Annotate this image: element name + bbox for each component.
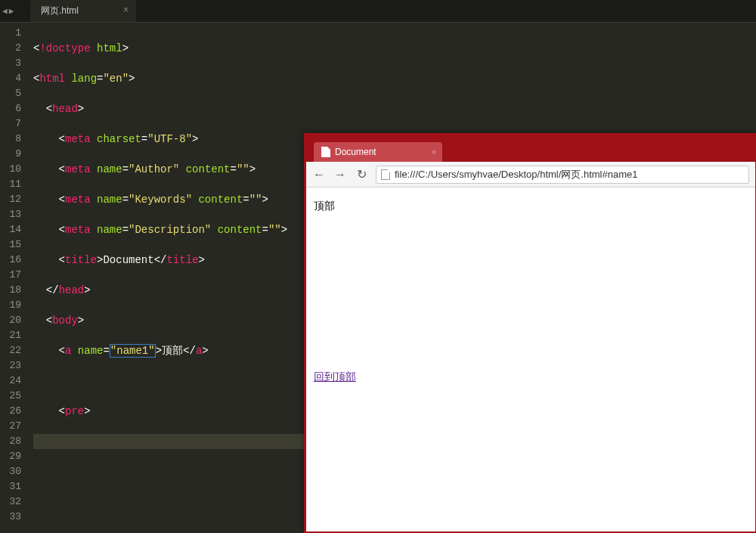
page-top-text: 顶部: [314, 200, 748, 213]
line-number: 20: [0, 313, 21, 328]
line-number: 10: [0, 162, 21, 177]
forward-button[interactable]: →: [333, 168, 347, 181]
editor-tab-bar: 网页.html ×: [0, 0, 756, 23]
line-number: 14: [0, 222, 21, 237]
close-icon[interactable]: ×: [432, 147, 436, 156]
line-number: 27: [0, 419, 21, 434]
editor-nav-arrows: ◀ ▶: [2, 6, 14, 16]
url-bar[interactable]: file:///C:/Users/smyhvae/Desktop/html/网页…: [376, 166, 749, 184]
browser-titlebar: Document ×: [306, 133, 755, 162]
browser-tab[interactable]: Document ×: [314, 142, 442, 162]
line-number: 13: [0, 207, 21, 222]
line-number: 33: [0, 510, 21, 525]
line-number: 24: [0, 373, 21, 389]
line-number-gutter: 1234567891011121314151617181920212223242…: [0, 23, 30, 533]
line-number: 28: [0, 434, 21, 449]
line-number: 29: [0, 449, 21, 464]
line-number: 22: [0, 343, 21, 358]
line-number: 16: [0, 253, 21, 268]
line-number: 5: [0, 86, 21, 101]
line-number: 2: [0, 41, 21, 56]
back-to-top-link[interactable]: 回到顶部: [314, 370, 748, 384]
url-text: file:///C:/Users/smyhvae/Desktop/html/网页…: [395, 168, 638, 181]
reload-button[interactable]: ↻: [355, 167, 368, 181]
back-button[interactable]: ←: [312, 168, 326, 181]
nav-back-icon[interactable]: ◀: [2, 6, 8, 16]
line-number: 18: [0, 283, 21, 298]
line-number: 7: [0, 116, 21, 132]
document-icon: [321, 147, 330, 157]
line-number: 4: [0, 71, 21, 86]
line-number: 6: [0, 101, 21, 116]
browser-viewport: 顶部 回到顶部: [306, 187, 755, 531]
line-number: 32: [0, 494, 21, 510]
nav-forward-icon[interactable]: ▶: [9, 6, 14, 16]
line-number: 12: [0, 192, 21, 207]
line-number: 8: [0, 132, 21, 147]
line-number: 1: [0, 26, 21, 41]
close-icon[interactable]: ×: [123, 5, 129, 15]
line-number: 31: [0, 479, 21, 494]
browser-toolbar: ← → ↻ file:///C:/Users/smyhvae/Desktop/h…: [306, 162, 755, 187]
line-number: 17: [0, 268, 21, 283]
editor-tab-title: 网页.html: [41, 5, 79, 16]
browser-window: Document × ← → ↻ file:///C:/Users/smyhva…: [304, 133, 756, 533]
line-number: 25: [0, 389, 21, 404]
active-line: [33, 434, 305, 449]
browser-tab-title: Document: [335, 147, 376, 157]
highlight-name1: "name1": [110, 344, 156, 358]
line-number: 3: [0, 56, 21, 71]
line-number: 15: [0, 237, 21, 253]
page-icon: [381, 169, 390, 180]
line-number: 30: [0, 464, 21, 479]
line-number: 21: [0, 328, 21, 343]
line-number: 19: [0, 298, 21, 313]
line-number: 23: [0, 358, 21, 373]
line-number: 11: [0, 177, 21, 192]
line-number: 26: [0, 404, 21, 419]
line-number: 9: [0, 147, 21, 162]
editor-tab[interactable]: 网页.html ×: [30, 0, 136, 22]
